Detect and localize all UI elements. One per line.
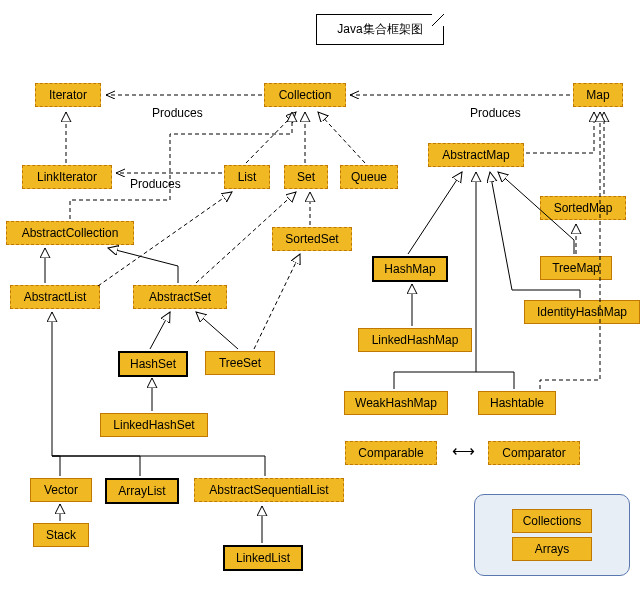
node-treeset: TreeSet [205,351,275,375]
node-list: List [224,165,270,189]
node-abstractset: AbstractSet [133,285,227,309]
node-hashset: HashSet [118,351,188,377]
legend-box: Collections Arrays [474,494,630,576]
node-set: Set [284,165,328,189]
label-produces-3: Produces [130,177,181,191]
svg-line-18 [408,172,462,254]
node-abstractlist: AbstractList [10,285,100,309]
title-text: Java集合框架图 [337,22,422,36]
title-note: Java集合框架图 [316,14,444,45]
node-iterator: Iterator [35,83,101,107]
node-collection: Collection [264,83,346,107]
node-identityhashmap: IdentityHashMap [524,300,640,324]
node-collections: Collections [512,509,592,533]
node-sortedset: SortedSet [272,227,352,251]
node-linkedhashset: LinkedHashSet [100,413,208,437]
node-linkiterator: LinkIterator [22,165,112,189]
svg-line-14 [254,254,300,349]
svg-line-4 [246,112,296,163]
node-linkedhashmap: LinkedHashMap [358,328,472,352]
node-abstractcollection: AbstractCollection [6,221,134,245]
node-comparable: Comparable [345,441,437,465]
node-arrays: Arrays [512,537,592,561]
node-sortedmap: SortedMap [540,196,626,220]
node-weakhashmap: WeakHashMap [344,391,448,415]
node-vector: Vector [30,478,92,502]
node-treemap: TreeMap [540,256,612,280]
svg-line-6 [318,112,365,163]
node-linkedlist: LinkedList [223,545,303,571]
node-arraylist: ArrayList [105,478,179,504]
note-fold-icon [432,14,444,26]
label-produces-1: Produces [152,106,203,120]
double-arrow-icon: ⟷ [452,443,475,459]
label-produces-2: Produces [470,106,521,120]
node-abstractmap: AbstractMap [428,143,524,167]
svg-line-12 [150,312,170,349]
node-stack: Stack [33,523,89,547]
node-abstractsequentiallist: AbstractSequentialList [194,478,344,502]
node-queue: Queue [340,165,398,189]
node-comparator: Comparator [488,441,580,465]
node-map: Map [573,83,623,107]
node-hashtable: Hashtable [478,391,556,415]
diagram-canvas: Java集合框架图 Iterator Collection Map Produc… [0,0,643,611]
svg-line-13 [196,312,238,349]
node-hashmap: HashMap [372,256,448,282]
